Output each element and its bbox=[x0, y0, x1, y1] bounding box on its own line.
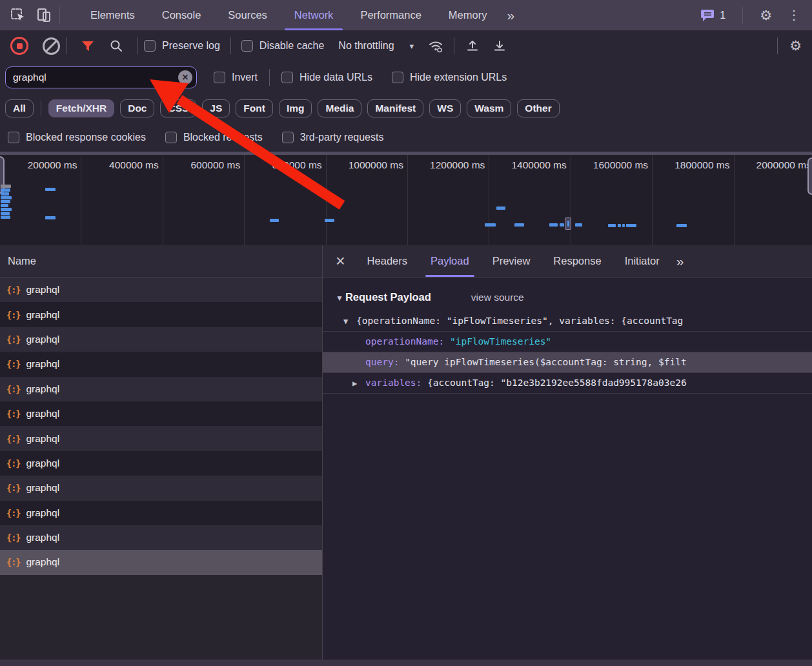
hide-data-urls-label: Hide data URLs bbox=[299, 72, 372, 83]
filter-funnel-icon[interactable] bbox=[79, 37, 97, 55]
clear-filter-icon[interactable]: × bbox=[178, 70, 192, 85]
network-filter-input[interactable] bbox=[5, 66, 197, 88]
network-settings-gear-icon[interactable]: ⚙ bbox=[784, 30, 807, 61]
settings-gear-icon[interactable]: ⚙ bbox=[755, 0, 777, 30]
issues-count: 1 bbox=[720, 10, 726, 21]
timeline-column: 600000 ms bbox=[163, 155, 245, 245]
timeline-tick-label: 1800000 ms bbox=[675, 159, 733, 170]
devtools-tab-sources[interactable]: Sources bbox=[214, 0, 281, 30]
filter-chip-all[interactable]: All bbox=[5, 99, 34, 117]
search-icon[interactable] bbox=[107, 37, 125, 55]
payload-row-query[interactable]: query: "query ipFlowTimeseries($accountT… bbox=[323, 352, 812, 373]
request-row[interactable]: {:}graphql bbox=[0, 352, 322, 376]
detail-tab-payload[interactable]: Payload bbox=[419, 245, 481, 277]
triangle-down-icon[interactable]: ▼ bbox=[343, 312, 348, 331]
request-row[interactable]: {:}graphql bbox=[0, 401, 322, 426]
clear-network-log-button[interactable] bbox=[43, 37, 60, 55]
waterfall-blip bbox=[270, 219, 279, 222]
resource-type-filter-row: AllFetch/XHRDocCSSJSFontImgMediaManifest… bbox=[0, 94, 812, 123]
waterfall-blip bbox=[622, 224, 625, 227]
import-har-icon[interactable] bbox=[463, 37, 482, 55]
more-panels-icon[interactable]: » bbox=[500, 0, 521, 30]
overview-right-handle[interactable] bbox=[807, 157, 812, 195]
request-row[interactable]: {:}graphql bbox=[0, 426, 322, 450]
filter-chip-manifest[interactable]: Manifest bbox=[367, 99, 423, 117]
devtools-tab-memory[interactable]: Memory bbox=[435, 0, 501, 30]
payload-row-variables[interactable]: ▶ variables: {accountTag: "b12e3b2192ee5… bbox=[323, 373, 812, 394]
request-row[interactable]: {:}graphql bbox=[0, 476, 322, 500]
preserve-log-checkbox[interactable] bbox=[144, 40, 156, 52]
network-toolbar: Preserve log Disable cache No throttling… bbox=[0, 30, 812, 61]
request-row[interactable]: {:}graphql bbox=[0, 278, 322, 302]
waterfall-blip bbox=[1, 212, 10, 215]
filter-chip-wasm[interactable]: Wasm bbox=[467, 99, 511, 117]
payload-row-operationname[interactable]: operationName: "ipFlowTimeseries" bbox=[323, 331, 812, 352]
export-har-icon[interactable] bbox=[491, 37, 509, 55]
request-row[interactable]: {:}graphql bbox=[0, 377, 322, 401]
filter-chip-media[interactable]: Media bbox=[318, 99, 361, 117]
third-party-requests-checkbox[interactable] bbox=[282, 132, 294, 143]
record-network-log-button[interactable] bbox=[10, 37, 28, 55]
timeline-tick-label: 600000 ms bbox=[190, 159, 244, 170]
filter-chip-ws[interactable]: WS bbox=[429, 99, 461, 117]
network-overview-timeline[interactable]: 200000 ms400000 ms600000 ms800000 ms1000… bbox=[0, 152, 812, 245]
divider bbox=[230, 37, 231, 54]
disable-cache-checkbox[interactable] bbox=[241, 40, 253, 52]
chevron-down-icon: ▾ bbox=[410, 41, 414, 51]
waterfall-blip bbox=[549, 223, 558, 227]
blocked-requests-checkbox[interactable] bbox=[165, 132, 177, 143]
close-details-icon[interactable]: × bbox=[323, 245, 356, 277]
triangle-down-icon[interactable]: ▼ bbox=[336, 294, 343, 303]
blocked-requests-label: Blocked requests bbox=[183, 132, 263, 143]
detail-tab-response[interactable]: Response bbox=[542, 245, 613, 277]
network-main-area: Name {:}graphql{:}graphql{:}graphql{:}gr… bbox=[0, 245, 812, 663]
request-row[interactable]: {:}graphql bbox=[0, 302, 322, 327]
devtools-tab-elements[interactable]: Elements bbox=[77, 0, 148, 30]
kebab-menu-icon[interactable]: ⋮ bbox=[782, 0, 806, 30]
detail-tab-headers[interactable]: Headers bbox=[356, 245, 419, 277]
blocked-response-cookies-checkbox[interactable] bbox=[8, 132, 19, 143]
waterfall-blip bbox=[45, 216, 56, 219]
device-toolbar-icon[interactable] bbox=[35, 6, 53, 25]
request-name: graphql bbox=[26, 556, 59, 568]
request-row[interactable]: {:}graphql bbox=[0, 525, 322, 550]
filter-chip-fetch-xhr[interactable]: Fetch/XHR bbox=[48, 99, 114, 117]
devtools-tab-network[interactable]: Network bbox=[281, 0, 347, 30]
filter-chip-js[interactable]: JS bbox=[202, 99, 230, 117]
timeline-tick-label: 2000000 ms bbox=[756, 159, 812, 170]
disable-cache-label: Disable cache bbox=[259, 40, 325, 52]
payload-summary-row[interactable]: ▼ {operationName: "ipFlowTimeseries", va… bbox=[323, 311, 812, 331]
devtools-tab-console[interactable]: Console bbox=[148, 0, 215, 30]
invert-checkbox[interactable] bbox=[214, 72, 225, 83]
more-detail-tabs-icon[interactable]: » bbox=[671, 254, 689, 269]
filter-chip-img[interactable]: Img bbox=[279, 99, 312, 117]
filter-chip-doc[interactable]: Doc bbox=[120, 99, 154, 117]
divider bbox=[41, 101, 41, 116]
timeline-tick-label: 200000 ms bbox=[28, 159, 81, 170]
waterfall-blip bbox=[1, 204, 8, 207]
name-column-header[interactable]: Name bbox=[0, 245, 322, 278]
detail-tab-initiator[interactable]: Initiator bbox=[613, 245, 671, 277]
filter-chip-font[interactable]: Font bbox=[236, 99, 273, 117]
hide-extension-urls-checkbox[interactable] bbox=[392, 72, 403, 83]
request-row[interactable]: {:}graphql bbox=[0, 451, 322, 476]
request-row[interactable]: {:}graphql bbox=[0, 550, 322, 574]
devtools-tab-performance[interactable]: Performance bbox=[347, 0, 434, 30]
network-conditions-icon[interactable] bbox=[427, 37, 445, 55]
request-row[interactable]: {:}graphql bbox=[0, 501, 322, 525]
triangle-right-icon[interactable]: ▶ bbox=[352, 374, 357, 394]
json-braces-icon: {:} bbox=[6, 557, 20, 567]
request-name: graphql bbox=[26, 507, 59, 519]
invert-label: Invert bbox=[232, 72, 258, 83]
inspect-element-icon[interactable] bbox=[9, 6, 27, 25]
filter-chip-css[interactable]: CSS bbox=[160, 99, 196, 117]
issues-button[interactable]: 1 bbox=[695, 9, 731, 22]
timeline-column: 1800000 ms bbox=[653, 155, 734, 245]
detail-tab-preview[interactable]: Preview bbox=[481, 245, 542, 277]
view-source-link[interactable]: view source bbox=[471, 292, 524, 303]
hide-data-urls-checkbox[interactable] bbox=[281, 72, 293, 83]
request-name: graphql bbox=[26, 482, 59, 494]
throttling-dropdown[interactable]: No throttling ▾ bbox=[338, 40, 414, 52]
filter-chip-other[interactable]: Other bbox=[517, 99, 559, 117]
request-row[interactable]: {:}graphql bbox=[0, 327, 322, 352]
